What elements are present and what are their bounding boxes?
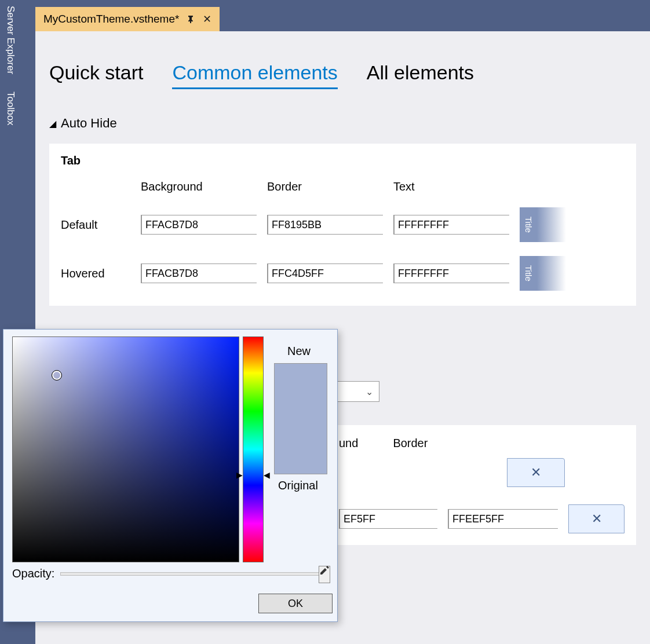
default-text-cell[interactable] <box>393 215 509 235</box>
lower-cell-1[interactable] <box>339 509 437 529</box>
tab-common-elements[interactable]: Common elements <box>172 61 337 89</box>
chevron-down-icon: ⌄ <box>366 386 373 397</box>
close-preview-button-2[interactable]: ✕ <box>568 504 625 533</box>
lower-cell-2[interactable] <box>448 509 558 529</box>
panel-title: Tab <box>61 154 625 167</box>
collapse-auto-hide[interactable]: ◢ Auto Hide <box>49 116 636 131</box>
preview-hovered: Title <box>520 256 566 291</box>
sv-handle[interactable] <box>52 371 61 380</box>
opacity-slider[interactable] <box>60 572 330 576</box>
document-tab-title: MyCustomTheme.vstheme* <box>43 13 179 25</box>
default-bg-input[interactable] <box>142 215 283 234</box>
col-border2: Border <box>393 437 428 450</box>
default-bg-cell[interactable] <box>141 215 257 235</box>
hovered-bg-cell[interactable] <box>141 264 257 283</box>
document-tab-active[interactable]: MyCustomTheme.vstheme* ✕ <box>35 7 220 31</box>
close-preview-button[interactable]: ✕ <box>507 458 565 487</box>
sidetab-toolbox[interactable]: Toolbox <box>0 86 23 134</box>
col-und: und <box>339 437 358 450</box>
original-label: Original <box>278 479 318 492</box>
row-hovered-label: Hovered <box>61 267 130 280</box>
col-background: Background <box>141 180 257 193</box>
default-border-cell[interactable] <box>267 215 383 235</box>
sv-gradient[interactable] <box>12 336 239 562</box>
ok-button[interactable]: OK <box>258 594 333 613</box>
tab-all-elements[interactable]: All elements <box>367 61 474 89</box>
preview-title: Title <box>520 256 537 291</box>
color-picker-popup: New Original Opacity: OK <box>3 329 338 622</box>
triangle-down-icon: ◢ <box>49 118 56 129</box>
row-default-label: Default <box>61 218 130 232</box>
pin-icon[interactable] <box>186 14 195 24</box>
hovered-bg-input[interactable] <box>142 264 283 283</box>
document-tab-strip: MyCustomTheme.vstheme* ✕ <box>35 7 650 31</box>
collapse-label: Auto Hide <box>61 116 117 131</box>
col-border: Border <box>267 180 383 193</box>
category-tabs: Quick start Common elements All elements <box>35 31 650 95</box>
hovered-border-cell[interactable] <box>267 264 383 283</box>
close-icon[interactable]: ✕ <box>202 14 211 24</box>
default-border-input[interactable] <box>268 215 410 234</box>
preview-title: Title <box>520 207 537 242</box>
hovered-border-input[interactable] <box>268 264 410 283</box>
new-label: New <box>287 345 311 358</box>
color-preview <box>274 363 327 474</box>
panel-tab: Tab Background Border Text Default Title… <box>49 144 636 306</box>
opacity-label: Opacity: <box>12 567 54 580</box>
col-text: Text <box>393 180 509 193</box>
sidetab-server-explorer[interactable]: Server Explorer <box>0 0 23 82</box>
hovered-text-cell[interactable] <box>393 264 509 283</box>
default-text-input[interactable] <box>395 215 536 234</box>
tab-quick-start[interactable]: Quick start <box>49 61 143 89</box>
preview-default: Title <box>520 207 566 242</box>
eyedropper-icon[interactable] <box>319 565 330 579</box>
hovered-text-input[interactable] <box>395 264 536 283</box>
hue-slider[interactable] <box>243 336 264 562</box>
